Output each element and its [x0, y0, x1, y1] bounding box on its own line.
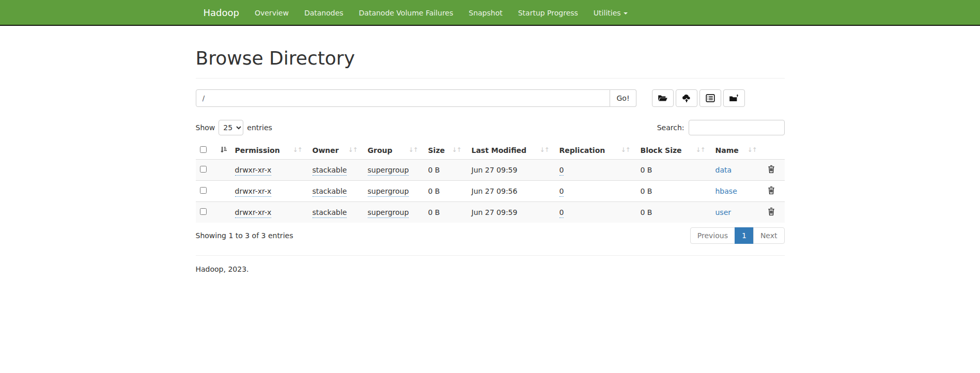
header-permission[interactable]: Permission↓↑ — [231, 142, 308, 160]
nav-item-datanode-volume-failures[interactable]: Datanode Volume Failures — [351, 0, 461, 26]
modified-cell: Jun 27 09:59 — [468, 202, 555, 223]
row-checkbox[interactable] — [200, 166, 207, 173]
sort-icon: ↓↑ — [408, 146, 417, 153]
row-checkbox[interactable] — [200, 208, 207, 215]
sort-icon: ↓↑ — [620, 146, 630, 153]
page-title: Browse Directory — [196, 48, 785, 69]
cut-paste-button[interactable] — [699, 89, 721, 107]
directory-table: Permission↓↑ Owner↓↑ Group↓↑ Size↓↑ Last… — [196, 142, 785, 223]
sort-icon: ↓↑ — [747, 146, 756, 153]
nav-item-datanodes[interactable]: Datanodes — [297, 0, 351, 26]
top-navbar: Hadoop Overview Datanodes Datanode Volum… — [0, 0, 980, 26]
folder-transfer-icon — [729, 94, 739, 102]
sort-icon: ↓↑ — [348, 146, 357, 153]
delete-button[interactable] — [767, 165, 775, 175]
header-group[interactable]: Group↓↑ — [364, 142, 424, 160]
list-alt-icon — [706, 94, 715, 102]
select-all-checkbox[interactable] — [200, 146, 207, 153]
permission-cell[interactable]: drwxr-xr-x — [235, 208, 272, 218]
title-divider — [196, 78, 785, 79]
owner-cell[interactable]: stackable — [313, 187, 347, 197]
replication-cell[interactable]: 0 — [559, 187, 564, 197]
directory-path-input[interactable] — [196, 89, 611, 107]
go-button[interactable]: Go! — [610, 89, 636, 107]
table-row: drwxr-xr-x stackable supergroup 0 B Jun … — [196, 181, 785, 202]
group-cell[interactable]: supergroup — [368, 208, 409, 218]
footer-divider — [196, 255, 785, 256]
entries-info: Showing 1 to 3 of 3 entries — [196, 231, 293, 240]
trash-icon — [767, 167, 775, 175]
pagination-previous[interactable]: Previous — [690, 227, 735, 244]
table-footer: Showing 1 to 3 of 3 entries Previous 1 N… — [196, 227, 785, 244]
size-cell: 0 B — [424, 160, 468, 181]
upload-files-button[interactable] — [676, 89, 697, 107]
search-label: Search: — [657, 123, 685, 132]
table-header-row: Permission↓↑ Owner↓↑ Group↓↑ Size↓↑ Last… — [196, 142, 785, 160]
permission-cell[interactable]: drwxr-xr-x — [235, 166, 272, 176]
modified-cell: Jun 27 09:59 — [468, 160, 555, 181]
search-control: Search: — [657, 120, 785, 135]
page-size-select[interactable]: 25 — [219, 120, 243, 135]
page-length-control: Show 25 entries — [196, 120, 272, 135]
brand-hadoop[interactable]: Hadoop — [196, 0, 247, 26]
header-size[interactable]: Size↓↑ — [424, 142, 468, 160]
entries-label: entries — [247, 123, 272, 132]
cloud-upload-icon — [681, 94, 692, 102]
show-label: Show — [196, 123, 215, 132]
sort-icon: ↓↑ — [695, 146, 705, 153]
pagination-page-1[interactable]: 1 — [735, 227, 754, 244]
owner-cell[interactable]: stackable — [313, 166, 347, 176]
delete-button[interactable] — [767, 207, 775, 217]
caret-down-icon — [624, 12, 628, 14]
move-directory-button[interactable] — [723, 89, 745, 107]
nav-item-overview[interactable]: Overview — [247, 0, 297, 26]
block-size-cell: 0 B — [636, 181, 711, 202]
file-actions-toolbar — [652, 89, 747, 107]
group-cell[interactable]: supergroup — [368, 166, 409, 176]
replication-cell[interactable]: 0 — [559, 166, 564, 176]
sort-icon: ↓↑ — [539, 146, 549, 153]
sort-asc-icon — [220, 146, 227, 155]
sort-icon: ↓↑ — [292, 146, 302, 153]
header-owner[interactable]: Owner↓↑ — [308, 142, 364, 160]
sort-icon: ↓↑ — [452, 146, 461, 153]
table-controls: Show 25 entries Search: — [196, 120, 785, 135]
directory-link-user[interactable]: user — [715, 208, 732, 216]
header-replication[interactable]: Replication↓↑ — [555, 142, 636, 160]
size-cell: 0 B — [424, 181, 468, 202]
header-block-size[interactable]: Block Size↓↑ — [636, 142, 711, 160]
table-row: drwxr-xr-x stackable supergroup 0 B Jun … — [196, 202, 785, 223]
modified-cell: Jun 27 09:56 — [468, 181, 555, 202]
create-directory-button[interactable] — [652, 89, 674, 107]
navbar-menu: Overview Datanodes Datanode Volume Failu… — [247, 0, 635, 26]
table-row: drwxr-xr-x stackable supergroup 0 B Jun … — [196, 160, 785, 181]
delete-button[interactable] — [767, 186, 775, 196]
header-name[interactable]: Name↓↑ — [711, 142, 763, 160]
trash-icon — [767, 189, 775, 196]
nav-item-snapshot[interactable]: Snapshot — [461, 0, 510, 26]
row-checkbox[interactable] — [200, 187, 207, 194]
header-actions — [763, 142, 785, 160]
replication-cell[interactable]: 0 — [559, 208, 564, 218]
permission-cell[interactable]: drwxr-xr-x — [235, 187, 272, 197]
owner-cell[interactable]: stackable — [313, 208, 347, 218]
select-all-header[interactable] — [196, 142, 231, 160]
block-size-cell: 0 B — [636, 202, 711, 223]
nav-item-startup-progress[interactable]: Startup Progress — [510, 0, 586, 26]
nav-dropdown-utilities[interactable]: Utilities — [586, 0, 635, 26]
pagination: Previous 1 Next — [690, 227, 785, 244]
directory-link-data[interactable]: data — [715, 166, 732, 174]
footer-text: Hadoop, 2023. — [196, 265, 785, 273]
size-cell: 0 B — [424, 202, 468, 223]
trash-icon — [767, 210, 775, 217]
search-input[interactable] — [689, 120, 785, 135]
group-cell[interactable]: supergroup — [368, 187, 409, 197]
path-bar: Go! — [196, 89, 785, 107]
block-size-cell: 0 B — [636, 160, 711, 181]
header-last-modified[interactable]: Last Modified↓↑ — [468, 142, 555, 160]
pagination-next[interactable]: Next — [753, 227, 785, 244]
directory-link-hbase[interactable]: hbase — [715, 187, 737, 195]
folder-open-icon — [658, 94, 668, 102]
